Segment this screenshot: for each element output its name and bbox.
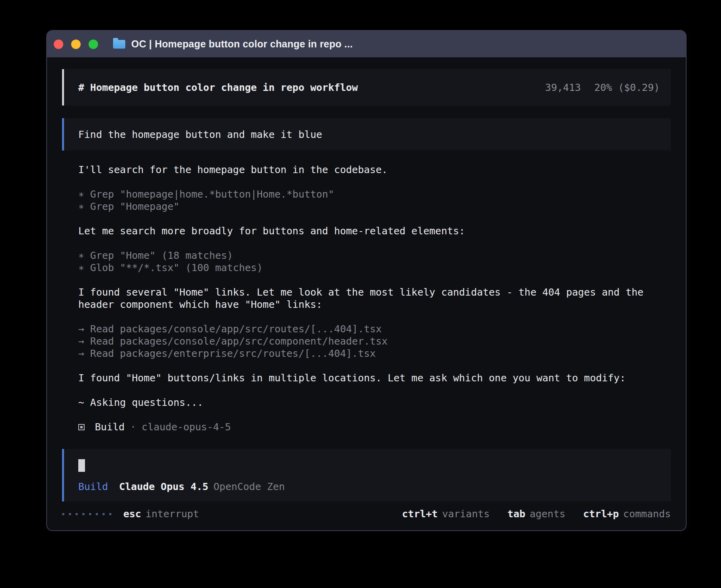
assistant-message: I found several "Home" links. Let me loo… — [78, 286, 655, 311]
traffic-lights — [54, 40, 98, 49]
status-bar: esc interrupt ctrl+t variants tab agents… — [62, 508, 671, 520]
tool-call: ∗ Grep "Homepage" — [78, 200, 655, 213]
assistant-message: I found "Home" buttons/links in multiple… — [78, 372, 655, 384]
assistant-message: ~ Asking questions... — [78, 396, 655, 409]
spinner-dots — [62, 513, 111, 515]
shortcut-key: tab — [508, 508, 525, 520]
tool-call: ∗ Grep "Home" (18 matches) — [78, 249, 655, 262]
minimize-button[interactable] — [71, 40, 81, 49]
agent-model: claude-opus-4-5 — [142, 421, 231, 433]
shortcut-key: ctrl+p — [583, 508, 619, 520]
tool-call: → Read packages/console/app/src/routes/[… — [78, 323, 655, 335]
shortcut-label: variants — [442, 508, 489, 520]
mode-indicator: Build — [78, 481, 108, 493]
session-title: # Homepage button color change in repo w… — [78, 82, 358, 93]
terminal-window: OC | Homepage button color change in rep… — [46, 30, 687, 531]
session-content: # Homepage button color change in repo w… — [47, 57, 686, 520]
shortcut-key: ctrl+t — [402, 508, 438, 520]
assistant-message: Let me search more broadly for buttons a… — [78, 225, 655, 237]
shortcut-agents: tab agents — [508, 508, 565, 520]
assistant-message: I'll search for the homepage button in t… — [78, 164, 655, 176]
tool-call: ∗ Glob "**/*.tsx" (100 matches) — [78, 262, 655, 274]
tool-call: → Read packages/enterprise/src/routes/[.… — [78, 347, 655, 360]
agent-separator: · — [130, 421, 136, 433]
shortcut-commands: ctrl+p commands — [583, 508, 671, 520]
tool-call: → Read packages/console/app/src/componen… — [78, 335, 655, 347]
shortcut-label: agents — [530, 508, 565, 520]
window-title: OC | Homepage button color change in rep… — [131, 38, 353, 50]
agent-name: Build — [95, 421, 125, 433]
token-count: 39,413 — [545, 82, 581, 93]
folder-icon — [113, 40, 125, 49]
interrupt-key: esc — [123, 508, 141, 520]
provider-indicator: OpenCode Zen — [213, 481, 285, 493]
transcript: I'll search for the homepage button in t… — [62, 164, 655, 433]
model-indicator: Claude Opus 4.5 — [119, 481, 208, 493]
composer-footer: Build Claude Opus 4.5 OpenCode Zen — [78, 481, 658, 493]
text-cursor — [78, 459, 85, 472]
close-button[interactable] — [54, 40, 63, 49]
tool-call: ∗ Grep "homepage|home.*button|Home.*butt… — [78, 188, 655, 200]
session-meta: 39,413 20% ($0.29) — [545, 82, 660, 93]
agent-status: Build · claude-opus-4-5 — [78, 421, 655, 433]
shortcut-variants: ctrl+t variants — [402, 508, 490, 520]
build-agent-icon — [78, 424, 85, 430]
interrupt-label: interrupt — [145, 508, 199, 520]
context-usage: 20% ($0.29) — [594, 82, 660, 93]
status-left: esc interrupt — [62, 508, 199, 520]
window-titlebar[interactable]: OC | Homepage button color change in rep… — [47, 31, 686, 57]
prompt-input[interactable]: Build Claude Opus 4.5 OpenCode Zen — [62, 449, 671, 501]
user-message: Find the homepage button and make it blu… — [62, 118, 671, 151]
shortcut-label: commands — [623, 508, 671, 520]
zoom-button[interactable] — [89, 40, 98, 49]
session-header: # Homepage button color change in repo w… — [62, 69, 671, 106]
user-message-text: Find the homepage button and make it blu… — [78, 129, 322, 140]
status-right: ctrl+t variants tab agents ctrl+p comman… — [402, 508, 671, 520]
